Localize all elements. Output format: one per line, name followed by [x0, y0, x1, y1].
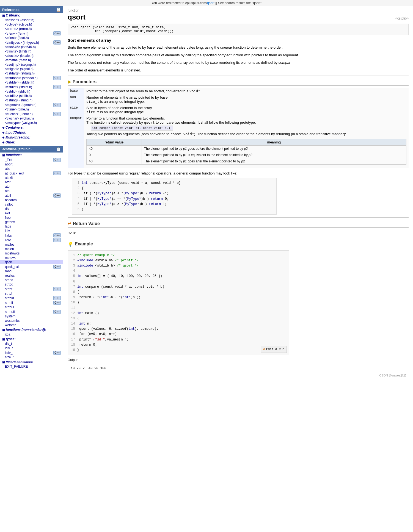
- sidebar-item-cmath[interactable]: <cmath> (math.h): [0, 58, 63, 62]
- sidebar-item-strtod[interactable]: strtod: [0, 282, 63, 287]
- sidebar-item-strtoull[interactable]: strtoullC++: [0, 309, 63, 314]
- sidebar-item-lldiv[interactable]: lldivC++: [0, 238, 63, 242]
- sidebar-item-itoa[interactable]: itoa: [0, 332, 63, 337]
- sidebar-item-getenv[interactable]: getenv: [0, 220, 63, 224]
- sidebar-item-cwctype[interactable]: <cwctype> (wctype.h): [0, 121, 63, 125]
- sidebar-item-srand[interactable]: srand: [0, 278, 63, 282]
- sidebar-item-strtoll[interactable]: strtollC++: [0, 300, 63, 305]
- sidebar-item-mbstowcs[interactable]: mbstowcs: [0, 251, 63, 256]
- sidebar-item-atol[interactable]: atol: [0, 189, 63, 193]
- sidebar-item-clocale[interactable]: <clocale> (locale.h): [0, 54, 63, 58]
- sidebar-item-cstdlib[interactable]: <cstdlib> (stdlib.h): [0, 94, 63, 98]
- sidebar-item-bsearch[interactable]: bsearch: [0, 198, 63, 202]
- sidebar-item-cstddef[interactable]: <cstddef> (stddef.h): [0, 80, 63, 85]
- sidebar-item-csetjmp[interactable]: <csetjmp> (setjmp.h): [0, 62, 63, 67]
- sidebar-item-cctype[interactable]: <cctype> (ctype.h): [0, 22, 63, 27]
- sidebar-item-calloc[interactable]: calloc: [0, 202, 63, 207]
- sidebar-item-mbtowc[interactable]: mbtowc: [0, 256, 63, 260]
- example-icon: 💡: [68, 242, 73, 247]
- sidebar-item-cfloat[interactable]: <cfloat> (float.h): [0, 36, 63, 40]
- sidebar-item-cstdint[interactable]: <cstdint> (stdint.h)C++: [0, 85, 63, 89]
- param-num: num Number of elements in the array poin…: [68, 94, 409, 105]
- sidebar-item-size_t[interactable]: size_t: [0, 355, 63, 359]
- desc4: The order of equivalent elements is unde…: [68, 68, 409, 73]
- expand-icon-containers: ⊕: [2, 126, 4, 129]
- sidebar-item-exit_failure[interactable]: EXIT_FAILURE: [0, 364, 63, 369]
- expand-icon-threading: ⊕: [2, 136, 4, 139]
- params-table: base Pointer to the first object of the …: [68, 88, 409, 168]
- return-icon: ↩: [68, 221, 71, 226]
- sidebar-item-atoll[interactable]: atollC++: [0, 193, 63, 198]
- sidebar-item-csignal[interactable]: <csignal> (signal.h): [0, 67, 63, 71]
- sidebar-item-realloc[interactable]: realloc: [0, 273, 63, 278]
- expand-icon: ▣: [2, 14, 5, 17]
- param-size: size Size in bytes of each element in th…: [68, 105, 409, 115]
- expand-icon-nonstandard: ▣: [2, 328, 5, 331]
- sidebar-item-cuchar[interactable]: <cuchar> (uchar.h)C++: [0, 112, 63, 116]
- sidebar-item-ctgmath[interactable]: <ctgmath> (tgmath.h)C++: [0, 102, 63, 107]
- sidebar-item-strtoul[interactable]: strtoul: [0, 305, 63, 309]
- param-compar: compar Pointer to a function that compar…: [68, 115, 409, 168]
- sidebar-item-climits[interactable]: <climits> (limits.h): [0, 49, 63, 54]
- sidebar-item-abs[interactable]: abs: [0, 167, 63, 171]
- sidebar-item-cstdio[interactable]: <cstdio> (stdio.h): [0, 89, 63, 94]
- sidebar-item-lldiv_t[interactable]: lldiv_tC++: [0, 350, 63, 355]
- sidebar-item-ldiv[interactable]: ldiv: [0, 229, 63, 233]
- sidebar-group-io[interactable]: ⊕ Input/Output:: [0, 130, 63, 135]
- sidebar-item-quick_exit[interactable]: quick_exitC++: [0, 264, 63, 269]
- sidebar-item-strtold[interactable]: strtoldC++: [0, 296, 63, 300]
- sidebar-group-types: ▣ types:: [0, 337, 63, 342]
- function-signature: void qsort (void* base, size_t num, size…: [68, 24, 409, 35]
- sidebar-item-atoi[interactable]: atoi: [0, 184, 63, 189]
- sidebar-item-qsort[interactable]: qsort: [0, 260, 63, 264]
- compar-note: For types that can be compared using reg…: [68, 171, 409, 176]
- sidebar-group-other[interactable]: ⊕ Other:: [0, 140, 63, 145]
- sidebar-item-exit[interactable]: exit: [0, 211, 63, 215]
- qsort-link[interactable]: qsort: [207, 1, 214, 5]
- sidebar-item-cerrno[interactable]: <cerrno> (errno.h): [0, 27, 63, 31]
- sidebar-item-_exit[interactable]: _ExitC++: [0, 157, 63, 162]
- sidebar-item-llabs[interactable]: llabsC++: [0, 233, 63, 238]
- sidebar-item-ciso646[interactable]: <ciso646> (iso646.h): [0, 45, 63, 49]
- example-code-block: 1/* qsort example */ 2#include <stdio.h>…: [68, 250, 289, 356]
- sidebar-item-cstdbool[interactable]: <cstdbool> (stdbool.h)C++: [0, 76, 63, 80]
- sidebar-item-atof[interactable]: atof: [0, 180, 63, 184]
- sidebar-item-wctomb[interactable]: wctomb: [0, 323, 63, 327]
- sidebar-item-cstdarg[interactable]: <cstdarg> (stdarg.h): [0, 71, 63, 76]
- sidebar-item-mblen[interactable]: mblen: [0, 247, 63, 251]
- sidebar-group-containers[interactable]: ⊕ Containers:: [0, 125, 63, 130]
- sidebar-item-div[interactable]: div: [0, 207, 63, 211]
- sidebar-item-cfenv[interactable]: <cfenv> (fenv.h)C++: [0, 31, 63, 36]
- compar-prototype: int compar (const void* p1, const void* …: [91, 126, 173, 131]
- sidebar-item-ctime[interactable]: <ctime> (time.h): [0, 107, 63, 112]
- sidebar-item-wcstombs[interactable]: wcstombs: [0, 318, 63, 323]
- sidebar-group-threading[interactable]: ⊕ Multi-threading:: [0, 135, 63, 140]
- sidebar-item-atexit[interactable]: atexit: [0, 176, 63, 180]
- sidebar-item-rand[interactable]: rand: [0, 269, 63, 273]
- sidebar-item-cinttypes[interactable]: <cinttypes> (inttypes.h)C++: [0, 40, 63, 45]
- sidebar-item-div_t[interactable]: div_t: [0, 342, 63, 346]
- sidebar-item-strtof[interactable]: strtofC++: [0, 287, 63, 291]
- example-title: 💡 Example: [68, 242, 409, 248]
- return-title: ↩ Return Value: [68, 221, 409, 228]
- function-label: function: [68, 9, 409, 12]
- sidebar-item-labs[interactable]: labs: [0, 224, 63, 229]
- expand-icon-macros: ▣: [2, 361, 5, 364]
- top-bar: You were redirected to cplusplus.com/qso…: [0, 0, 413, 6]
- sidebar-group-macros: ▣ macro constants:: [0, 359, 63, 364]
- sidebar-cstdlib-header[interactable]: <cstdlib> (stdlib.h) 📋: [0, 146, 63, 153]
- sidebar-item-cstring[interactable]: <cstring> (string.h): [0, 98, 63, 102]
- sidebar-item-strtol[interactable]: strtol: [0, 291, 63, 296]
- sidebar-item-free[interactable]: free: [0, 215, 63, 220]
- compare-code-block: 1int compareMyType (const void * a, cons…: [72, 178, 277, 215]
- return-table: return value meaning <0 The element poin…: [86, 139, 406, 165]
- sidebar-item-ldiv_t[interactable]: ldiv_t: [0, 346, 63, 350]
- edit-run-button[interactable]: ⚙ Edit & Run: [261, 346, 287, 353]
- sidebar-item-cassert[interactable]: <cassert> (assert.h): [0, 18, 63, 22]
- sidebar-item-cwchar[interactable]: <cwchar> (wchar.h): [0, 116, 63, 121]
- params-title: ▶ Parameters: [68, 79, 409, 86]
- sidebar-item-abort[interactable]: abort: [0, 162, 63, 167]
- sidebar-item-malloc[interactable]: malloc: [0, 242, 63, 247]
- sidebar-item-at_quick_exit[interactable]: at_quick_exitC++: [0, 171, 63, 176]
- sidebar-item-system[interactable]: system: [0, 314, 63, 318]
